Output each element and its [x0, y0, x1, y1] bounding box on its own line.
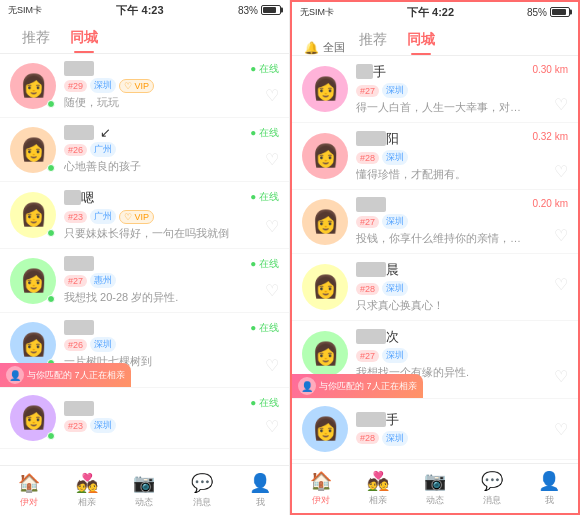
- right-user-item-6[interactable]: 👩 ██手 #28 深圳 ♡: [292, 399, 578, 460]
- left-tag-loc-3: 广州: [90, 209, 116, 224]
- right-user-tags-5: #27 深圳: [356, 348, 568, 363]
- left-nav-label-xiaoxi: 消息: [193, 496, 211, 509]
- right-user-item-2[interactable]: 👩 ██阳 #28 深圳 懂得珍惜，才配拥有。 0.32 km ♡: [292, 123, 578, 190]
- right-heart-btn-6[interactable]: ♡: [554, 420, 568, 438]
- right-user-item-1[interactable]: 👩 █手 #27 深圳 得一人白首，人生一大幸事，对了，我是湖... 0.30 …: [292, 56, 578, 123]
- left-match-banner-5: 👤 与你匹配的 7人正在相亲: [0, 363, 131, 387]
- right-user-name-2: ██阳: [356, 130, 516, 148]
- left-user-item-1[interactable]: 👩 ██ #29 深圳 ♡ VIP 随便，玩玩 ● 在线 ♡: [0, 54, 289, 118]
- left-tag-age-6: #23: [64, 420, 87, 432]
- left-tag-vip-3: ♡ VIP: [119, 210, 154, 224]
- right-tag-age-2: #28: [356, 152, 379, 164]
- left-user-info-5: ██ #26 深圳 一片树叶七棵树到: [64, 320, 279, 369]
- left-heart-btn-4[interactable]: ♡: [265, 281, 279, 300]
- right-avatar-3: 👩: [302, 199, 348, 245]
- left-online-dot-4: [47, 295, 55, 303]
- left-nav-icon-xiaoxi: 💬: [191, 472, 213, 494]
- right-tag-age-3: #27: [356, 216, 379, 228]
- right-nav-label-xiangqin: 相亲: [369, 494, 387, 507]
- right-heart-btn-2[interactable]: ♡: [554, 162, 568, 181]
- left-nav-dongtai[interactable]: 📷 动态: [116, 466, 174, 515]
- left-user-item-5[interactable]: 👩 ██ #26 深圳 一片树叶七棵树到 ● 在线 ♡ 👤 与你匹配的 7人正在…: [0, 313, 289, 388]
- left-tag-age-5: #26: [64, 339, 87, 351]
- right-user-name-5: ██次: [356, 328, 516, 346]
- right-user-tags-4: #28 深圳: [356, 281, 568, 296]
- right-nav-yidui[interactable]: 🏠 伊对: [292, 464, 349, 513]
- left-tag-vip-1: ♡ VIP: [119, 79, 154, 93]
- left-tab-nearby[interactable]: 同城: [60, 23, 108, 53]
- left-nav-label-xiangqin: 相亲: [78, 496, 96, 509]
- right-match-banner-5: 👤 与你匹配的 7人正在相亲: [292, 374, 423, 398]
- right-tabs: 🔔 全国 推荐 同城: [292, 22, 578, 56]
- left-user-name-3: █嗯: [64, 189, 224, 207]
- right-status-bar: 无SIM卡 下午 4:22 85%: [292, 2, 578, 22]
- left-heart-btn-1[interactable]: ♡: [265, 86, 279, 105]
- left-user-tags-1: #29 深圳 ♡ VIP: [64, 78, 279, 93]
- left-nav-label-wo: 我: [256, 496, 265, 509]
- right-heart-btn-1[interactable]: ♡: [554, 95, 568, 114]
- right-nav-xiangqin[interactable]: 💑 相亲: [349, 464, 406, 513]
- right-heart-btn-5[interactable]: ♡: [554, 367, 568, 386]
- left-online-label-1: ● 在线: [250, 62, 279, 76]
- left-user-item-4[interactable]: 👩 ██ #27 惠州 我想找 20-28 岁的异性. ● 在线 ♡: [0, 249, 289, 313]
- right-user-item-4[interactable]: 👩 ██晨 #28 深圳 只求真心换真心！ ♡: [292, 254, 578, 321]
- right-nav-icon-dongtai: 📷: [424, 470, 446, 492]
- right-status-icons: 85%: [527, 7, 570, 18]
- right-user-item-3[interactable]: 👩 ██ #27 深圳 投钱，你享什么维持你的亲情，稳固你的爱... 0.20 …: [292, 190, 578, 254]
- left-user-tags-4: #27 惠州: [64, 273, 279, 288]
- right-avatar-img-4: 👩: [302, 264, 348, 310]
- right-user-item-5[interactable]: 👩 ██次 #27 深圳 我想找一个有缘的异性. ♡ 👤 与你匹配的 7人正在相…: [292, 321, 578, 399]
- left-tab-recommend[interactable]: 推荐: [12, 23, 60, 53]
- left-time: 下午 4:23: [116, 3, 163, 18]
- left-nav-label-yidui: 伊对: [20, 496, 38, 509]
- left-avatar-4: 👩: [10, 258, 56, 304]
- right-distance-2: 0.32 km: [532, 131, 568, 142]
- left-user-item-6[interactable]: 👩 ██ #23 深圳 ● 在线 ♡: [0, 388, 289, 449]
- left-user-item-3[interactable]: 👩 █嗯 #23 广州 ♡ VIP 只要妹妹长得好，一句在吗我就倒 ● 在线 ♡: [0, 182, 289, 249]
- right-nav-label-xiaoxi: 消息: [483, 494, 501, 507]
- right-nav-label-wo: 我: [545, 494, 554, 507]
- left-heart-btn-2[interactable]: ♡: [265, 150, 279, 169]
- right-user-tags-3: #27 深圳: [356, 214, 568, 229]
- left-nav-wo[interactable]: 👤 我: [231, 466, 289, 515]
- left-sim-label: 无SIM卡: [8, 4, 42, 17]
- left-avatar-2: 👩: [10, 127, 56, 173]
- left-user-info-6: ██ #23 深圳: [64, 401, 279, 435]
- left-user-bio-3: 只要妹妹长得好，一句在吗我就倒: [64, 226, 239, 241]
- right-nav-wo[interactable]: 👤 我: [521, 464, 578, 513]
- left-user-bio-1: 随便，玩玩: [64, 95, 239, 110]
- left-online-dot-3: [47, 229, 55, 237]
- left-tag-loc-6: 深圳: [90, 418, 116, 433]
- left-avatar-6: 👩: [10, 395, 56, 441]
- right-tag-age-5: #27: [356, 350, 379, 362]
- left-nav-yidui[interactable]: 🏠 伊对: [0, 466, 58, 515]
- left-nav-xiangqin[interactable]: 💑 相亲: [58, 466, 116, 515]
- right-heart-btn-4[interactable]: ♡: [554, 275, 568, 300]
- right-user-list: 👩 █手 #27 深圳 得一人白首，人生一大幸事，对了，我是湖... 0.30 …: [292, 56, 578, 463]
- left-user-item-2[interactable]: 👩 ██ ↙ #26 广州 心地善良的孩子 ● 在线 ♡: [0, 118, 289, 182]
- right-avatar-6: 👩: [302, 406, 348, 452]
- right-user-info-4: ██晨 #28 深圳 只求真心换真心！: [356, 261, 568, 313]
- left-avatar-5: 👩: [10, 322, 56, 368]
- right-tab-recommend[interactable]: 推荐: [349, 25, 397, 55]
- right-heart-btn-3[interactable]: ♡: [554, 226, 568, 245]
- right-avatar-1: 👩: [302, 66, 348, 112]
- right-avatar-img-5: 👩: [302, 331, 348, 377]
- right-nav-dongtai[interactable]: 📷 动态: [406, 464, 463, 513]
- right-nav-label-dongtai: 动态: [426, 494, 444, 507]
- left-tag-age-2: #26: [64, 144, 87, 156]
- right-tag-loc-1: 深圳: [382, 83, 408, 98]
- left-heart-btn-3[interactable]: ♡: [265, 217, 279, 236]
- left-tag-age-4: #27: [64, 275, 87, 287]
- left-user-name-5: ██: [64, 320, 224, 335]
- right-nav-icon-xiaoxi: 💬: [481, 470, 503, 492]
- left-tag-loc-4: 惠州: [90, 273, 116, 288]
- left-heart-btn-5[interactable]: ♡: [265, 356, 279, 375]
- right-avatar-4: 👩: [302, 264, 348, 310]
- right-nav-xiaoxi[interactable]: 💬 消息: [464, 464, 521, 513]
- right-sim-label: 无SIM卡: [300, 6, 334, 19]
- right-tab-nearby[interactable]: 同城: [397, 25, 445, 55]
- left-nav-xiaoxi[interactable]: 💬 消息: [173, 466, 231, 515]
- left-heart-btn-6[interactable]: ♡: [265, 417, 279, 436]
- right-user-tags-6: #28 深圳: [356, 431, 568, 446]
